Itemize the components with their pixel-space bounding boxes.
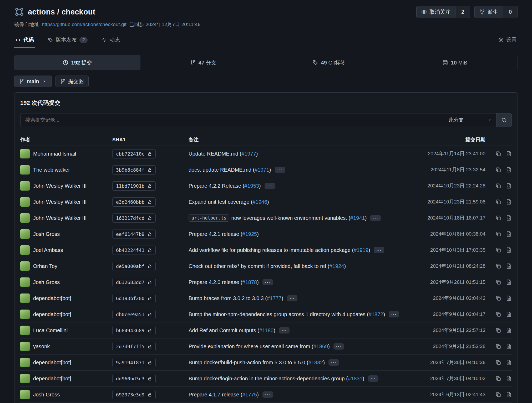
tab-activity[interactable]: 动态 — [100, 33, 121, 48]
commit-sha-badge[interactable]: 6b42224f41 — [112, 246, 156, 255]
avatar[interactable] — [20, 213, 30, 223]
pr-link[interactable]: #1953 — [244, 183, 259, 189]
copy-sha-button[interactable] — [495, 199, 501, 205]
commit-author[interactable]: dependabot[bot] — [33, 360, 71, 366]
expand-commit-message-button[interactable]: ··· — [287, 295, 297, 301]
stat-commits[interactable]: 192 提交 — [14, 55, 140, 70]
commit-sha-badge[interactable]: 3b9b8c884f — [112, 165, 156, 175]
avatar[interactable] — [20, 245, 30, 255]
commit-sha-badge[interactable]: 692973e3d9 — [112, 390, 156, 399]
commit-author[interactable]: Luca Comellini — [33, 327, 68, 334]
pr-link[interactable]: #1924 — [330, 263, 344, 269]
commit-author[interactable]: Mohammad Ismail — [33, 151, 76, 157]
commit-author[interactable]: John Wesley Walker III — [33, 183, 87, 189]
commit-sha-badge[interactable]: e3d2460bbb — [112, 197, 156, 207]
copy-sha-button[interactable] — [495, 215, 501, 221]
branch-selector[interactable]: main — [14, 76, 52, 87]
copy-sha-button[interactable] — [495, 151, 501, 157]
expand-commit-message-button[interactable]: ··· — [370, 215, 381, 221]
stat-branches[interactable]: 47 分支 — [140, 55, 266, 70]
browse-source-button[interactable] — [506, 295, 512, 301]
browse-source-button[interactable] — [506, 247, 512, 253]
commit-author[interactable]: Josh Gross — [33, 231, 60, 237]
search-button[interactable] — [496, 113, 512, 127]
commit-sha-badge[interactable]: cbb722410c — [112, 149, 156, 158]
avatar[interactable] — [20, 197, 30, 207]
fork-button[interactable]: 派生 — [475, 6, 503, 18]
pr-link[interactable]: #1941 — [350, 215, 365, 221]
pr-link[interactable]: #1919 — [354, 247, 368, 253]
commit-author[interactable]: dependabot[bot] — [33, 311, 71, 317]
copy-sha-button[interactable] — [495, 392, 501, 397]
expand-commit-message-button[interactable]: ··· — [275, 167, 285, 173]
stat-tags[interactable]: 49 Git标签 — [266, 55, 392, 70]
pr-link[interactable]: #1971 — [255, 167, 269, 173]
avatar[interactable] — [20, 165, 30, 175]
commit-sha-badge[interactable]: b684943689 — [112, 326, 156, 335]
browse-source-button[interactable] — [506, 360, 512, 365]
expand-commit-message-button[interactable]: ··· — [368, 375, 378, 382]
avatar[interactable] — [20, 326, 30, 335]
expand-commit-message-button[interactable]: ··· — [389, 311, 399, 317]
expand-commit-message-button[interactable]: ··· — [328, 359, 339, 366]
browse-source-button[interactable] — [506, 215, 512, 221]
avatar[interactable] — [20, 261, 30, 271]
browse-source-button[interactable] — [506, 311, 512, 317]
expand-commit-message-button[interactable]: ··· — [333, 343, 344, 350]
watchers-count[interactable]: 2 — [455, 6, 470, 18]
commit-sha-badge[interactable]: 2d7d9f7ff5 — [112, 342, 156, 351]
commit-author[interactable]: John Wesley Walker III — [33, 199, 87, 205]
pr-link[interactable]: #1831 — [348, 376, 363, 382]
pr-link[interactable]: #1878 — [242, 279, 257, 285]
expand-commit-message-button[interactable]: ··· — [265, 183, 275, 189]
commit-author[interactable]: Josh Gross — [33, 392, 60, 398]
browse-source-button[interactable] — [506, 167, 512, 173]
commit-sha-badge[interactable]: 11bd71901b — [112, 181, 156, 191]
pr-link[interactable]: #1832 — [308, 360, 323, 366]
browse-source-button[interactable] — [506, 263, 512, 269]
copy-sha-button[interactable] — [495, 231, 501, 237]
expand-commit-message-button[interactable]: ··· — [374, 247, 384, 253]
forks-count[interactable]: 0 — [503, 6, 518, 18]
browse-source-button[interactable] — [506, 279, 512, 285]
expand-commit-message-button[interactable]: ··· — [262, 391, 273, 398]
copy-sha-button[interactable] — [495, 360, 501, 365]
avatar[interactable] — [20, 277, 30, 287]
pr-link[interactable]: #1775 — [242, 392, 257, 398]
mirror-url-link[interactable]: https://github.com/actions/checkout.git — [42, 22, 126, 27]
copy-sha-button[interactable] — [495, 295, 501, 301]
commit-sha-badge[interactable]: dd960bd3c3 — [112, 374, 156, 383]
copy-sha-button[interactable] — [495, 327, 501, 333]
commit-graph-button[interactable]: 提交图 — [55, 76, 89, 87]
browse-source-button[interactable] — [506, 199, 512, 205]
commit-sha-badge[interactable]: 6d193bf280 — [112, 294, 156, 303]
tab-settings[interactable]: 设置 — [497, 33, 518, 48]
pr-link[interactable]: #1977 — [241, 151, 256, 157]
avatar[interactable] — [20, 229, 30, 239]
commit-author[interactable]: dependabot[bot] — [33, 295, 71, 301]
commit-sha-badge[interactable]: d632683dd7 — [112, 278, 156, 287]
pr-link[interactable]: #1946 — [252, 199, 267, 205]
copy-sha-button[interactable] — [495, 183, 501, 189]
pr-link[interactable]: #1180 — [259, 327, 273, 334]
pr-link[interactable]: #1777 — [267, 295, 282, 301]
browse-source-button[interactable] — [506, 231, 512, 237]
expand-commit-message-button[interactable]: ··· — [262, 279, 273, 285]
avatar[interactable] — [20, 310, 30, 319]
browse-source-button[interactable] — [506, 183, 512, 189]
browse-source-button[interactable] — [506, 327, 512, 333]
commit-sha-badge[interactable]: db0cee9a51 — [112, 310, 156, 319]
tab-releases[interactable]: 版本发布 2 — [47, 33, 89, 48]
copy-sha-button[interactable] — [495, 263, 501, 269]
commit-author[interactable]: The web walker — [33, 167, 70, 173]
stat-size[interactable]: 10 MiB — [392, 55, 518, 70]
pr-link[interactable]: #1869 — [313, 344, 328, 350]
commit-sha-badge[interactable]: 163217dfcd — [112, 213, 156, 223]
pr-link[interactable]: #1872 — [369, 311, 383, 317]
browse-source-button[interactable] — [506, 376, 512, 381]
commit-author[interactable]: dependabot[bot] — [33, 376, 71, 382]
commit-author[interactable]: Joel Ambass — [33, 247, 63, 253]
copy-sha-button[interactable] — [495, 344, 501, 349]
commit-author[interactable]: Josh Gross — [33, 279, 60, 285]
copy-sha-button[interactable] — [495, 167, 501, 173]
